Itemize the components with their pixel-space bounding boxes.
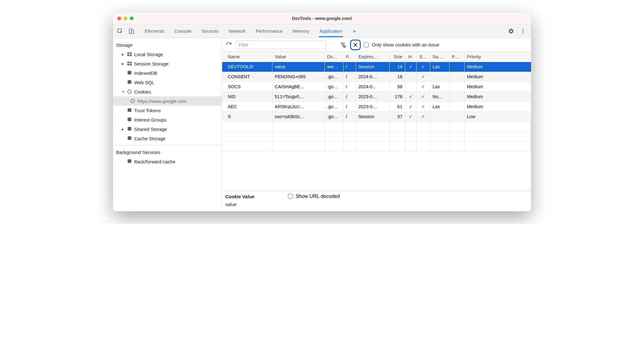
table-header-row: Name Value Do… P.. Expires… Size H. S… S… [222, 52, 531, 62]
col-partition[interactable]: P… [449, 52, 464, 62]
storage-section-title: Storage [113, 40, 222, 50]
svg-rect-10 [127, 62, 129, 63]
cell: ✓ [405, 92, 416, 102]
cell: AEC [222, 102, 272, 112]
cell: NID [222, 92, 272, 102]
cell: / [343, 62, 356, 72]
cell: 511=Tsugv0… [272, 92, 324, 102]
cell: .go… [324, 112, 343, 122]
col-priority[interactable]: Priority [464, 52, 531, 62]
url-decoded-checkbox[interactable] [288, 194, 293, 199]
tabs-overflow-button[interactable]: » [352, 28, 357, 34]
sidebar-item-bfcache[interactable]: Back/forward cache [113, 157, 222, 166]
inspect-element-icon[interactable] [116, 27, 124, 35]
clear-filter-icon[interactable] [338, 41, 347, 49]
table-row[interactable]: Ssso=sA0bSc….go…/Session37✓✓Low [222, 112, 531, 122]
sidebar-item-cookie-origin[interactable]: https://www.google.com [113, 96, 222, 106]
minimize-window-button[interactable] [124, 17, 127, 20]
cell: sso=sA0bSc… [272, 112, 324, 122]
table-row-empty [222, 132, 531, 142]
cell: / [343, 82, 356, 92]
issue-checkbox[interactable] [364, 42, 369, 47]
col-httponly[interactable]: H. [405, 52, 416, 62]
titlebar: DevTools - www.google.com/ [113, 12, 531, 24]
col-value[interactable]: Value [272, 52, 324, 62]
col-samesite[interactable]: Sa… [430, 52, 449, 62]
table-row[interactable]: DEVTOOLS!valueww…/Session14✓✓LaxMedium [222, 62, 531, 72]
close-window-button[interactable] [117, 17, 121, 20]
table-row[interactable]: NID511=Tsugv0….go…/2023-0…178✓✓No…Medium [222, 92, 531, 102]
sidebar-item-cookies[interactable]: ▼ Cookies [113, 87, 222, 96]
sidebar-item-label: Shared Storage [134, 127, 167, 132]
tab-application[interactable]: Application [319, 25, 343, 37]
table-row[interactable]: CONSENTPENDING+095.go…/2024-0…18✓Medium [222, 72, 531, 82]
col-expires[interactable]: Expires… [356, 52, 389, 62]
cell [449, 92, 464, 102]
cell: Medium [464, 62, 531, 72]
col-path[interactable]: P.. [343, 52, 356, 62]
tab-sources[interactable]: Sources [201, 25, 219, 37]
sidebar-item-websql[interactable]: Web SQL [113, 78, 222, 87]
cookie-value-label: Cookie Value [225, 194, 254, 199]
tab-elements[interactable]: Elements [144, 25, 165, 37]
cell: .go… [324, 102, 343, 112]
sidebar-item-cache-storage[interactable]: Cache Storage [113, 134, 222, 143]
col-domain[interactable]: Do… [324, 52, 343, 62]
settings-gear-icon[interactable] [508, 28, 514, 34]
tabbar-right-tools [508, 28, 528, 34]
url-decoded-label: Show URL decoded [295, 194, 340, 199]
cell: ✓ [405, 112, 416, 122]
table-row[interactable]: SOCSCAISHAgBE….go…/2024-0…58✓LaxMedium [222, 82, 531, 92]
more-menu-icon[interactable] [520, 28, 526, 34]
device-toggle-icon[interactable] [127, 27, 135, 35]
cell: .go… [324, 72, 343, 82]
filter-input[interactable] [236, 41, 326, 49]
storage-grid-icon [127, 51, 132, 57]
table-row-empty [222, 122, 531, 132]
svg-rect-8 [127, 55, 129, 56]
sidebar-item-trust-tokens[interactable]: Trust Tokens [113, 106, 222, 115]
table-row-empty [222, 142, 531, 151]
svg-point-22 [132, 100, 132, 101]
refresh-button[interactable] [225, 41, 233, 49]
sidebar: Storage ▶ Local Storage ▶ Session Storag… [113, 38, 222, 211]
cell: 14 [389, 62, 405, 72]
cell: PENDING+095 [272, 72, 324, 82]
cell: ✓ [416, 102, 430, 112]
clear-all-button[interactable] [350, 40, 361, 50]
tab-memory[interactable]: Memory [292, 25, 310, 37]
cell: .go… [324, 82, 343, 92]
tab-performance[interactable]: Performance [255, 25, 283, 37]
cell: / [343, 112, 356, 122]
zoom-window-button[interactable] [130, 17, 134, 20]
sidebar-item-label: Trust Tokens [134, 108, 161, 113]
traffic-lights [113, 17, 134, 20]
tab-console[interactable]: Console [174, 25, 192, 37]
cell: ✓ [416, 112, 430, 122]
col-secure[interactable]: S… [416, 52, 430, 62]
database-icon [127, 79, 132, 85]
sidebar-item-indexeddb[interactable]: IndexedDB [113, 68, 222, 78]
table-row[interactable]: AECARSKqsJsU….go…/2023-0…61✓✓LaxMedium [222, 102, 531, 112]
tabbar: Elements Console Sources Network Perform… [113, 24, 531, 38]
storage-grid-icon [127, 61, 132, 66]
col-name[interactable]: Name [222, 52, 272, 62]
sidebar-item-label: Cookies [134, 89, 151, 94]
cell [405, 82, 416, 92]
sidebar-item-local-storage[interactable]: ▶ Local Storage [113, 50, 222, 59]
expand-icon: ▶ [122, 127, 125, 131]
svg-point-17 [129, 91, 129, 91]
tabs: Elements Console Sources Network Perform… [144, 25, 508, 37]
sidebar-item-interest-groups[interactable]: Interest Groups [113, 115, 222, 124]
cell: CAISHAgBE… [272, 82, 324, 92]
cell: Low [464, 112, 531, 122]
cell: Lax [430, 102, 449, 112]
tab-network[interactable]: Network [228, 25, 246, 37]
col-size[interactable]: Size [389, 52, 405, 62]
cell: Lax [430, 82, 449, 92]
svg-rect-7 [130, 52, 132, 54]
cookie-value-text: value [225, 202, 528, 207]
sidebar-item-shared-storage[interactable]: ▶ Shared Storage [113, 124, 222, 134]
sidebar-item-session-storage[interactable]: ▶ Session Storage [113, 59, 222, 68]
cookie-icon [127, 89, 132, 94]
